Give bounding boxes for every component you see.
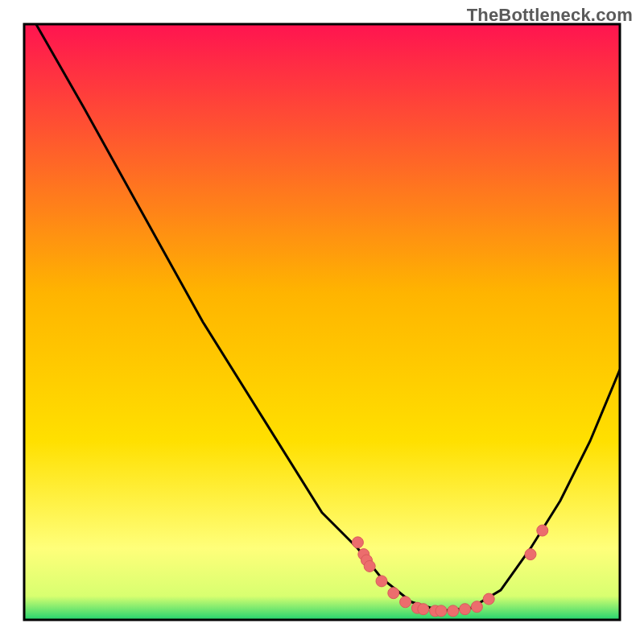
data-marker xyxy=(364,560,375,572)
data-marker xyxy=(418,604,429,615)
bottleneck-chart xyxy=(0,0,644,644)
data-marker xyxy=(471,601,482,613)
data-marker xyxy=(376,576,387,587)
chart-container: TheBottleneck.com xyxy=(0,0,644,644)
data-marker xyxy=(352,537,363,548)
data-marker xyxy=(525,549,536,560)
plot-background xyxy=(24,24,620,620)
data-marker xyxy=(400,597,411,608)
data-marker xyxy=(388,588,399,599)
data-marker xyxy=(537,525,548,536)
watermark-text: TheBottleneck.com xyxy=(467,5,633,26)
data-marker xyxy=(448,605,459,617)
data-marker xyxy=(460,604,471,615)
data-marker xyxy=(483,593,494,605)
data-marker xyxy=(436,605,447,617)
